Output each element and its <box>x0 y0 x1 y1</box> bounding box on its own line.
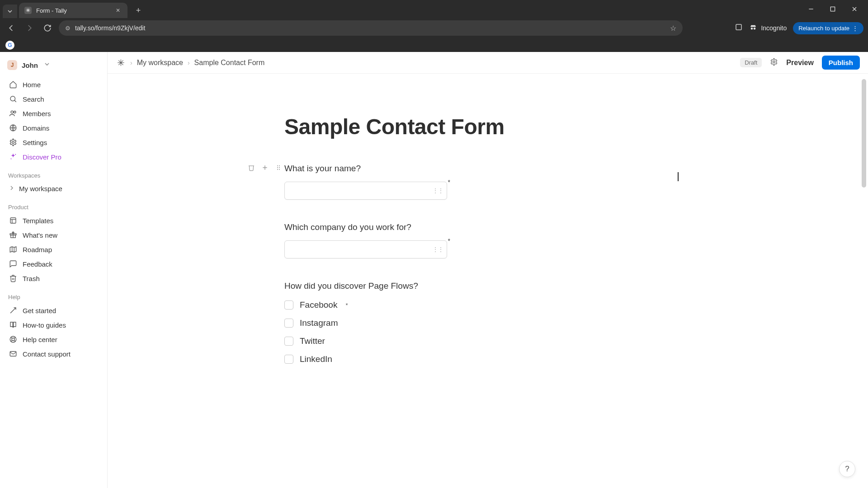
svg-line-8 <box>14 100 16 102</box>
user-switcher[interactable]: J John <box>7 60 102 70</box>
checkbox-input[interactable] <box>284 355 293 364</box>
text-input[interactable]: ⋮⋮ <box>284 240 447 258</box>
site-settings-icon[interactable]: ⚙ <box>65 25 71 32</box>
new-tab-button[interactable]: + <box>132 4 145 17</box>
svg-point-14 <box>11 159 12 160</box>
text-input[interactable]: ⋮⋮ <box>284 182 447 200</box>
logo-icon[interactable]: ✳ <box>116 58 126 68</box>
product-heading: Product <box>8 204 101 211</box>
workspaces-heading: Workspaces <box>8 172 101 179</box>
url-text: tally.so/forms/n9ZkjV/edit <box>75 24 665 32</box>
question-mark-icon: ? <box>845 465 849 474</box>
browser-tab[interactable]: ✳ Form - Tally ✕ <box>19 3 127 18</box>
svg-marker-21 <box>10 247 16 252</box>
svg-point-10 <box>14 111 16 113</box>
resize-handle-icon[interactable]: ⋮⋮ <box>432 246 443 253</box>
search-icon <box>9 95 17 103</box>
sidebar-item-label: Help center <box>23 336 57 343</box>
lifebuoy-icon <box>9 335 17 343</box>
sidebar-item-roadmap[interactable]: Roadmap <box>6 242 103 257</box>
question-block[interactable]: What is your name? ⋮⋮ * <box>284 164 691 200</box>
sidebar-item-discover-pro[interactable]: Discover Pro <box>6 150 103 164</box>
add-block-button[interactable] <box>260 163 270 173</box>
sidebar-item-search[interactable]: Search <box>6 92 103 106</box>
publish-button[interactable]: Publish <box>822 56 860 70</box>
workspace-row[interactable]: My workspace <box>6 182 103 196</box>
sidebar-item-label: How-to guides <box>23 321 66 329</box>
option-label: LinkedIn <box>300 354 332 364</box>
svg-rect-4 <box>736 24 741 30</box>
drag-handle-icon[interactable] <box>274 163 283 173</box>
reload-button[interactable] <box>41 21 54 35</box>
checkbox-option[interactable]: Facebook * <box>284 300 691 310</box>
sidebar-item-whats-new[interactable]: What's new <box>6 228 103 242</box>
close-tab-button[interactable]: ✕ <box>114 5 122 15</box>
tab-menu-dropdown[interactable] <box>3 5 17 18</box>
svg-point-5 <box>751 28 753 30</box>
sidebar-item-feedback[interactable]: Feedback <box>6 257 103 271</box>
breadcrumb-form[interactable]: Sample Contact Form <box>194 59 265 67</box>
svg-point-35 <box>277 165 278 166</box>
sidebar-item-how-to-guides[interactable]: How-to guides <box>6 318 103 332</box>
sidebar-item-templates[interactable]: Templates <box>6 213 103 228</box>
question-block[interactable]: How did you discover Page Flows? Faceboo… <box>284 281 691 364</box>
mail-icon <box>9 350 17 358</box>
scrollbar-thumb[interactable] <box>862 79 866 188</box>
preview-button[interactable]: Preview <box>786 59 813 67</box>
question-block[interactable]: Which company do you work for? ⋮⋮ * <box>284 222 691 258</box>
question-label[interactable]: How did you discover Page Flows? <box>284 281 691 291</box>
back-button[interactable] <box>5 21 18 35</box>
sidebar-item-home[interactable]: Home <box>6 77 103 92</box>
sidebar-item-members[interactable]: Members <box>6 106 103 121</box>
sidebar-item-label: Members <box>23 110 51 117</box>
bookmark-google-icon[interactable]: G <box>5 41 14 50</box>
relaunch-label: Relaunch to update <box>798 25 849 32</box>
relaunch-menu-icon: ⋮ <box>852 25 858 32</box>
question-label[interactable]: Which company do you work for? <box>284 222 691 232</box>
sidebar: J John Home Search Members Domains Setti… <box>0 52 108 488</box>
svg-point-37 <box>277 167 278 168</box>
help-fab-button[interactable]: ? <box>839 461 855 477</box>
sidebar-item-get-started[interactable]: Get started <box>6 303 103 318</box>
vertical-scrollbar[interactable] <box>861 76 867 485</box>
svg-point-36 <box>279 165 280 166</box>
settings-gear-button[interactable] <box>770 58 778 68</box>
question-label[interactable]: What is your name? <box>284 164 691 174</box>
help-heading: Help <box>8 294 101 300</box>
checkbox-option[interactable]: LinkedIn <box>284 354 691 364</box>
incognito-chip[interactable]: Incognito <box>749 23 787 33</box>
bookmark-star-icon[interactable]: ☆ <box>670 24 676 33</box>
favicon-icon: ✳ <box>24 7 32 14</box>
checkbox-input[interactable] <box>284 337 293 346</box>
svg-point-13 <box>15 154 16 155</box>
relaunch-button[interactable]: Relaunch to update ⋮ <box>793 22 863 34</box>
sidebar-item-label: Feedback <box>23 260 52 268</box>
forward-button[interactable] <box>23 21 36 35</box>
close-window-button[interactable] <box>844 2 864 16</box>
checkbox-input[interactable] <box>284 300 293 310</box>
checkbox-input[interactable] <box>284 319 293 328</box>
address-bar[interactable]: ⚙ tally.so/forms/n9ZkjV/edit ☆ <box>59 20 683 36</box>
chevron-down-icon <box>43 61 51 70</box>
extensions-icon[interactable] <box>735 23 743 33</box>
maximize-window-button[interactable] <box>823 2 843 16</box>
home-icon <box>9 80 17 89</box>
delete-block-button[interactable] <box>246 163 256 173</box>
resize-handle-icon[interactable]: ⋮⋮ <box>432 187 443 194</box>
sidebar-item-label: Roadmap <box>23 246 52 253</box>
form-canvas[interactable]: Sample Contact Form What is your name? ⋮… <box>108 74 868 488</box>
minimize-window-button[interactable] <box>801 2 821 16</box>
svg-point-39 <box>277 169 278 170</box>
breadcrumb-workspace[interactable]: My workspace <box>137 59 183 67</box>
sidebar-item-domains[interactable]: Domains <box>6 121 103 135</box>
sidebar-item-contact-support[interactable]: Contact support <box>6 347 103 361</box>
checkbox-option[interactable]: Twitter <box>284 336 691 346</box>
form-title[interactable]: Sample Contact Form <box>284 114 691 139</box>
checkbox-option[interactable]: Instagram <box>284 318 691 328</box>
sidebar-item-settings[interactable]: Settings <box>6 135 103 150</box>
sidebar-item-trash[interactable]: Trash <box>6 271 103 286</box>
sidebar-item-label: Get started <box>23 307 56 314</box>
sidebar-item-help-center[interactable]: Help center <box>6 332 103 347</box>
sparkle-icon <box>9 153 17 161</box>
option-label: Twitter <box>300 336 325 346</box>
